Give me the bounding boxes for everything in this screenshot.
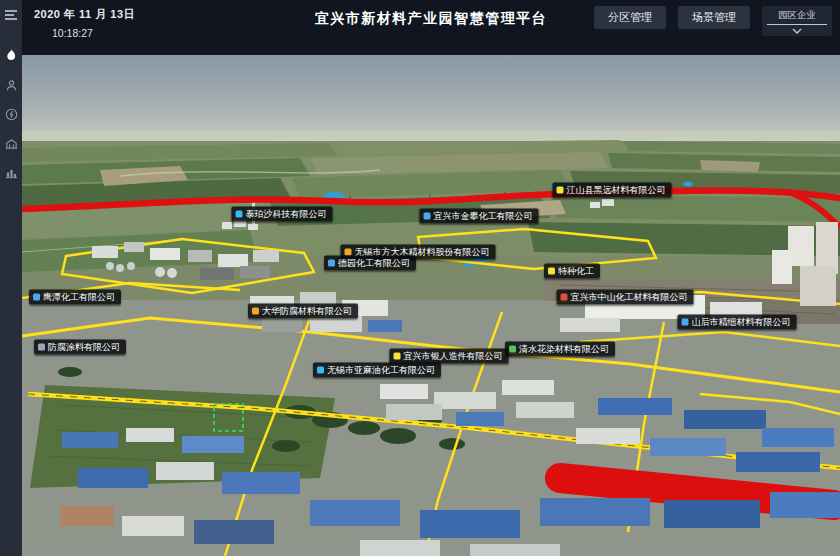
company-marker-icon — [561, 294, 568, 301]
map-label-pill[interactable]: 防腐涂料有限公司 — [34, 340, 126, 355]
company-label-text: 特种化工 — [558, 267, 594, 276]
company-marker-icon — [345, 249, 352, 256]
company-label-text: 山后市精细材料有限公司 — [692, 318, 791, 327]
company-marker-icon — [252, 308, 259, 315]
company-marker-icon — [424, 213, 431, 220]
factory-icon[interactable] — [0, 132, 22, 154]
company-marker-icon — [682, 319, 689, 326]
company-label-text: 清水花染材料有限公司 — [519, 345, 609, 354]
company-label-text: 防腐涂料有限公司 — [48, 343, 120, 352]
zone-management-button[interactable]: 分区管理 — [594, 6, 666, 29]
map-label-pill[interactable]: 泰珀沙科技有限公司 — [232, 207, 333, 222]
company-marker-icon — [557, 187, 564, 194]
map-label-pill[interactable]: 宜兴市银人造件有限公司 — [390, 349, 509, 364]
company-label-text: 江山县黑远材料有限公司 — [567, 186, 666, 195]
map-label-pill[interactable]: 山后市精细材料有限公司 — [678, 315, 797, 330]
map-label-pill[interactable]: 无锡市亚麻油化工有限公司 — [313, 363, 441, 378]
worker-icon[interactable] — [0, 74, 22, 96]
bar-chart-icon[interactable] — [0, 161, 22, 183]
menu-icon[interactable] — [0, 4, 22, 26]
header-actions: 分区管理 场景管理 园区企业 — [594, 6, 832, 36]
map-3d-scene[interactable] — [22, 55, 840, 556]
sidebar — [0, 0, 22, 556]
app-window: 2020 年 11 月 13日 10:18:27 宜兴市新材料产业园智慧管理平台… — [0, 0, 840, 556]
company-label-text: 德园化工有限公司 — [338, 259, 410, 268]
map-viewport[interactable] — [22, 55, 840, 556]
company-marker-icon — [509, 346, 516, 353]
map-label-pill[interactable]: 宜兴市中山化工材料有限公司 — [557, 290, 694, 305]
map-label-pill[interactable]: 宜兴市金攀化工有限公司 — [420, 209, 539, 224]
time-text: 10:18:27 — [52, 27, 135, 39]
header-bar: 2020 年 11 月 13日 10:18:27 宜兴市新材料产业园智慧管理平台… — [22, 0, 840, 55]
company-label-text: 宜兴市中山化工材料有限公司 — [571, 293, 688, 302]
company-marker-icon — [317, 367, 324, 374]
map-label-pill[interactable]: 大华防腐材料有限公司 — [248, 304, 358, 319]
company-marker-icon — [38, 344, 45, 351]
map-label-pill[interactable]: 特种化工 — [544, 264, 600, 279]
company-marker-icon — [394, 353, 401, 360]
map-label-pill[interactable]: 鹰潭化工有限公司 — [29, 290, 121, 305]
company-label-text: 鹰潭化工有限公司 — [43, 293, 115, 302]
company-label-text: 宜兴市金攀化工有限公司 — [434, 212, 533, 221]
flame-icon[interactable] — [0, 45, 22, 67]
dropdown-label: 园区企业 — [778, 9, 816, 22]
chevron-down-icon — [792, 28, 802, 34]
company-marker-icon — [33, 294, 40, 301]
dropdown-divider — [767, 24, 827, 25]
park-enterprises-dropdown[interactable]: 园区企业 — [762, 6, 832, 36]
company-marker-icon — [236, 211, 243, 218]
map-label-pill[interactable]: 德园化工有限公司 — [324, 256, 416, 271]
map-label-pill[interactable]: 清水花染材料有限公司 — [505, 342, 615, 357]
company-label-text: 宜兴市银人造件有限公司 — [404, 352, 503, 361]
company-label-text: 泰珀沙科技有限公司 — [246, 210, 327, 219]
map-label-pill[interactable]: 江山县黑远材料有限公司 — [553, 183, 672, 198]
company-marker-icon — [328, 260, 335, 267]
company-label-text: 无锡市亚麻油化工有限公司 — [327, 366, 435, 375]
company-label-text: 大华防腐材料有限公司 — [262, 307, 352, 316]
scene-management-button[interactable]: 场景管理 — [678, 6, 750, 29]
company-marker-icon — [548, 268, 555, 275]
power-icon[interactable] — [0, 103, 22, 125]
